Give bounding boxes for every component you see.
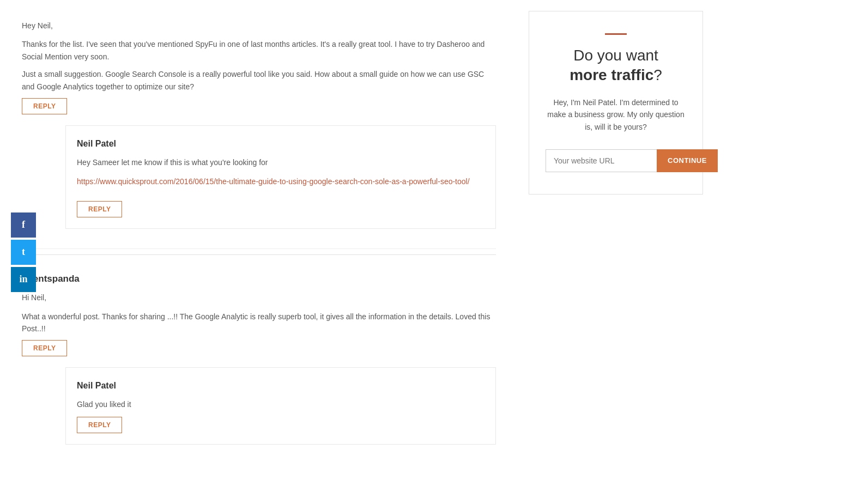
reply-button-nested-1[interactable]: REPLY (77, 201, 122, 217)
sidebar: Do you want more traffic? Hey, I'm Neil … (529, 0, 703, 477)
widget-description: Hey, I'm Neil Patel. I'm determined to m… (546, 96, 686, 133)
reply-button-eventspanda[interactable]: REPLY (22, 340, 67, 356)
nested-author-2: Neil Patel (77, 379, 484, 393)
reply-button-top[interactable]: REPLY (22, 98, 67, 114)
facebook-share-button[interactable]: f (11, 212, 36, 238)
comment-text-2: Just a small suggestion. Google Search C… (22, 68, 496, 93)
comment-block-top: Hey Neil, Thanks for the list. I've seen… (22, 11, 496, 249)
facebook-icon: f (22, 217, 25, 233)
traffic-widget: Do you want more traffic? Hey, I'm Neil … (529, 11, 703, 195)
section-divider (22, 254, 496, 255)
nested-comment-neil-1: Neil Patel Hey Sameer let me know if thi… (65, 125, 496, 229)
reply-button-nested-2[interactable]: REPLY (77, 417, 122, 433)
eventspanda-text: What a wonderful post. Thanks for sharin… (22, 311, 496, 335)
nested-text-2: Glad you liked it (77, 398, 484, 410)
widget-title-part1: Do you want (573, 47, 658, 64)
social-share-bar: f t in (11, 212, 36, 292)
nested-comment-neil-2: Neil Patel Glad you liked it REPLY (65, 367, 496, 445)
nested-link-1[interactable]: https://www.quicksprout.com/2016/06/15/t… (77, 177, 470, 186)
widget-title-punct: ? (653, 66, 662, 83)
eventspanda-greeting: Hi Neil, (22, 292, 496, 303)
widget-form: CONTINUE (546, 149, 686, 172)
widget-title-part2: more traffic (570, 66, 653, 83)
continue-button[interactable]: CONTINUE (657, 149, 718, 172)
comment-greeting: Hey Neil, (22, 20, 496, 32)
nested-text-1: Hey Sameer let me know if this is what y… (77, 156, 484, 168)
widget-title: Do you want more traffic? (546, 46, 686, 86)
eventspanda-author: Eventspanda (22, 271, 496, 286)
nested-author-1: Neil Patel (77, 137, 484, 151)
linkedin-share-button[interactable]: in (11, 267, 36, 292)
website-url-input[interactable] (546, 149, 657, 172)
comment-block-eventspanda: Eventspanda Hi Neil, What a wonderful po… (22, 260, 496, 466)
widget-accent-line (605, 33, 627, 35)
twitter-share-button[interactable]: t (11, 240, 36, 265)
linkedin-icon: in (19, 271, 27, 287)
main-content: Hey Neil, Thanks for the list. I've seen… (22, 0, 496, 477)
comment-text-1: Thanks for the list. I've seen that you'… (22, 38, 496, 63)
twitter-icon: t (22, 244, 25, 260)
